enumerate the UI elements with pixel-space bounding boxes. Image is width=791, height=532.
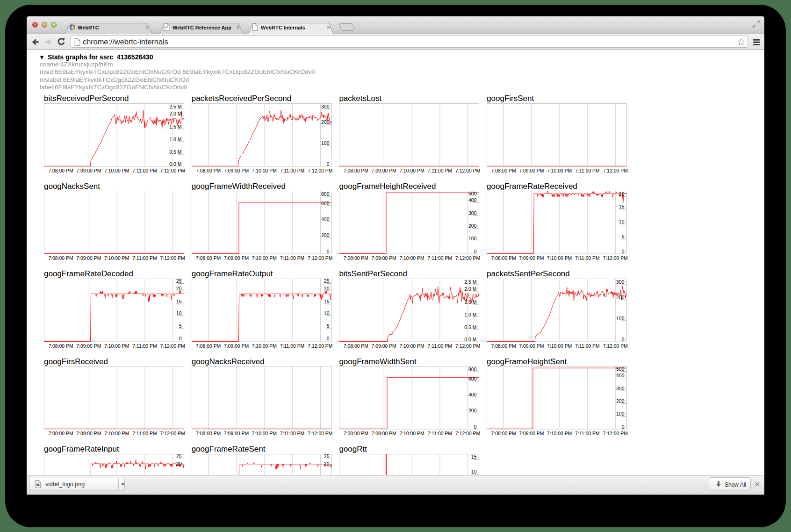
svg-text:0: 0 bbox=[622, 424, 625, 430]
svg-text:200: 200 bbox=[468, 408, 477, 413]
svg-text:10: 10 bbox=[471, 469, 477, 474]
svg-text:15: 15 bbox=[471, 454, 477, 460]
svg-text:2.0 M: 2.0 M bbox=[169, 110, 181, 116]
svg-text:15: 15 bbox=[324, 299, 330, 304]
svg-text:500: 500 bbox=[616, 366, 625, 372]
svg-text:25: 25 bbox=[176, 279, 182, 284]
svg-text:5: 5 bbox=[326, 323, 329, 328]
svg-text:800: 800 bbox=[321, 191, 330, 197]
svg-text:25: 25 bbox=[324, 279, 330, 284]
svg-text:25: 25 bbox=[176, 454, 182, 459]
svg-text:100: 100 bbox=[616, 315, 625, 321]
svg-text:0: 0 bbox=[622, 249, 625, 254]
svg-text:100: 100 bbox=[616, 411, 625, 417]
svg-text:300: 300 bbox=[468, 210, 477, 216]
svg-text:600: 600 bbox=[321, 201, 330, 206]
svg-text:0: 0 bbox=[474, 424, 477, 430]
svg-text:200: 200 bbox=[321, 232, 330, 238]
svg-text:400: 400 bbox=[321, 216, 330, 222]
svg-text:2.5 M: 2.5 M bbox=[169, 103, 181, 109]
svg-text:0: 0 bbox=[622, 336, 625, 342]
svg-text:400: 400 bbox=[468, 197, 477, 203]
svg-text:2.0 M: 2.0 M bbox=[465, 286, 477, 291]
svg-text:600: 600 bbox=[468, 376, 477, 381]
svg-text:0: 0 bbox=[326, 161, 329, 166]
svg-text:400: 400 bbox=[468, 392, 477, 397]
svg-text:20: 20 bbox=[176, 285, 182, 291]
svg-text:10: 10 bbox=[619, 219, 625, 224]
svg-text:200: 200 bbox=[468, 223, 477, 229]
svg-text:1.0 M: 1.0 M bbox=[465, 311, 477, 317]
svg-text:15: 15 bbox=[619, 204, 625, 209]
svg-text:0.0 M: 0.0 M bbox=[465, 337, 477, 342]
svg-text:500: 500 bbox=[468, 191, 477, 196]
svg-text:0: 0 bbox=[326, 249, 329, 254]
svg-text:0: 0 bbox=[326, 336, 329, 341]
svg-text:1.0 M: 1.0 M bbox=[169, 136, 181, 142]
svg-text:10: 10 bbox=[176, 310, 182, 316]
svg-text:2.5 M: 2.5 M bbox=[465, 279, 477, 284]
svg-text:200: 200 bbox=[616, 398, 625, 404]
svg-text:20: 20 bbox=[619, 191, 625, 197]
svg-text:0.5 M: 0.5 M bbox=[465, 324, 477, 330]
svg-text:15: 15 bbox=[176, 299, 182, 304]
svg-text:20: 20 bbox=[176, 460, 182, 466]
svg-text:20: 20 bbox=[324, 460, 330, 466]
svg-text:5: 5 bbox=[179, 323, 182, 328]
svg-text:5: 5 bbox=[622, 234, 625, 239]
svg-text:100: 100 bbox=[468, 236, 477, 241]
svg-text:20: 20 bbox=[324, 285, 330, 291]
svg-text:100: 100 bbox=[321, 140, 330, 145]
svg-text:200: 200 bbox=[616, 294, 625, 300]
svg-text:0: 0 bbox=[179, 336, 182, 341]
svg-text:800: 800 bbox=[468, 367, 477, 372]
svg-text:200: 200 bbox=[321, 119, 330, 124]
svg-text:0.5 M: 0.5 M bbox=[169, 149, 181, 154]
svg-text:400: 400 bbox=[616, 373, 625, 378]
svg-text:300: 300 bbox=[321, 103, 330, 109]
svg-text:0: 0 bbox=[474, 249, 477, 254]
svg-text:0.0 M: 0.0 M bbox=[169, 161, 181, 167]
svg-text:1.5 M: 1.5 M bbox=[169, 123, 181, 129]
svg-text:10: 10 bbox=[324, 310, 330, 316]
svg-text:300: 300 bbox=[616, 386, 625, 391]
svg-text:25: 25 bbox=[324, 454, 330, 459]
svg-text:300: 300 bbox=[616, 279, 625, 284]
svg-text:1.5 M: 1.5 M bbox=[465, 299, 477, 304]
